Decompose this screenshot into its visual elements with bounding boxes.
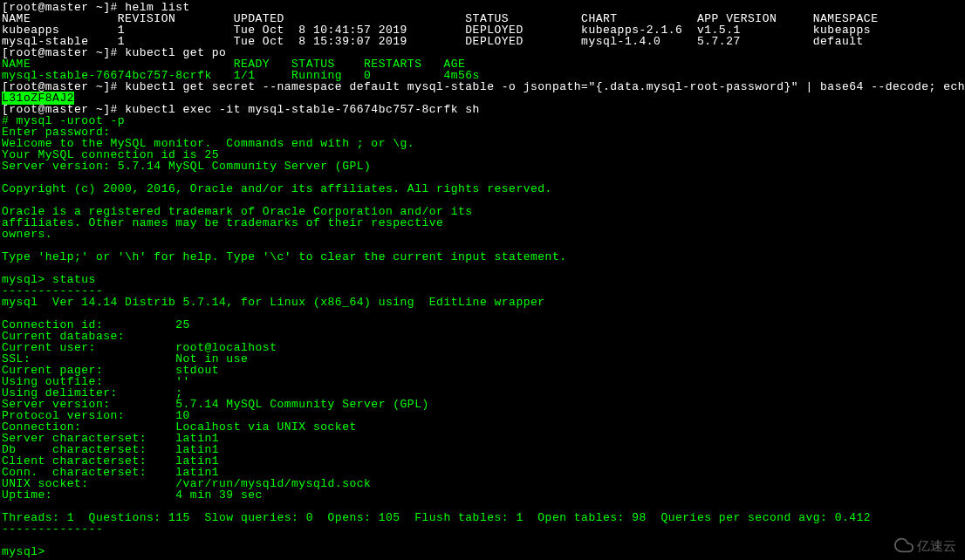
shell-command: kubectl get secret --namespace default m…	[125, 80, 965, 93]
output-line: owners.	[2, 229, 963, 240]
watermark-text: 亿速云	[917, 539, 956, 552]
blank-line	[2, 263, 963, 274]
output-line: # mysql -uroot -p	[2, 115, 963, 126]
output-line: Server version: 5.7.14 MySQL Community S…	[2, 160, 963, 172]
cloud-icon	[894, 536, 914, 555]
blank-line	[2, 535, 963, 546]
output-line: Type 'help;' or '\h' for help. Type '\c'…	[2, 251, 963, 263]
output-line: mysql Ver 14.14 Distrib 5.7.14, for Linu…	[2, 297, 963, 308]
output-line: mysql>	[2, 546, 963, 557]
terminal-output[interactable]: [root@master ~]# helm listNAME REVISION …	[2, 2, 963, 557]
output-line: Uptime: 4 min 39 sec	[2, 489, 963, 501]
output-line: mysql> status	[2, 274, 963, 285]
output-line: Copyright (c) 2000, 2016, Oracle and/or …	[2, 183, 963, 195]
output-line: --------------	[2, 523, 963, 535]
watermark: 亿速云	[894, 536, 956, 555]
output-line: affiliates. Other names may be trademark…	[2, 217, 963, 229]
shell-command: kubectl exec -it mysql-stable-76674bc757…	[125, 103, 480, 116]
output-line: Threads: 1 Questions: 115 Slow queries: …	[2, 512, 963, 523]
